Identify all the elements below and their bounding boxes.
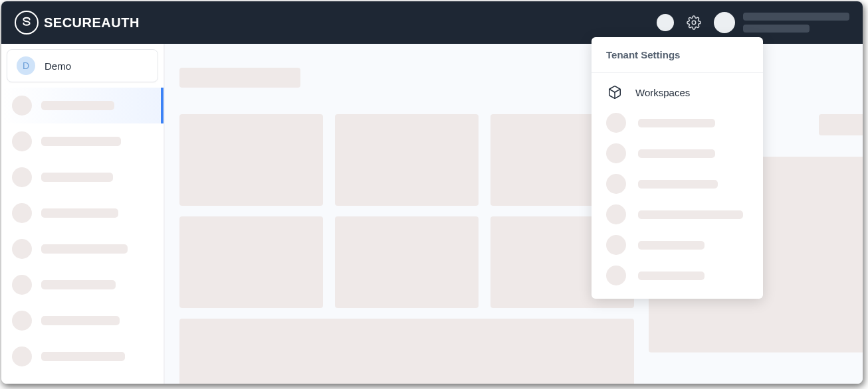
- dropdown-item-placeholder[interactable]: [592, 108, 763, 138]
- header-status-placeholder: [657, 14, 674, 31]
- nav-icon-placeholder: [12, 96, 32, 116]
- nav-label-placeholder: [41, 352, 125, 361]
- card-placeholder: [335, 216, 479, 308]
- workspace-selector[interactable]: D Demo: [7, 49, 158, 82]
- nav-icon-placeholder: [12, 311, 32, 331]
- header-right: [657, 12, 849, 33]
- nav-icon-placeholder: [12, 347, 32, 366]
- dropdown-item-placeholder[interactable]: [592, 260, 763, 291]
- sidebar-item[interactable]: [1, 195, 163, 231]
- nav-label-placeholder: [41, 173, 113, 182]
- dropdown-item-placeholder[interactable]: [592, 199, 763, 230]
- sidebar-item[interactable]: [1, 123, 163, 159]
- nav-icon-placeholder: [12, 239, 32, 259]
- nav-icon-placeholder: [12, 203, 32, 223]
- user-info-placeholder: [743, 13, 849, 33]
- app-frame: SECUREAUTH D Demo: [1, 1, 863, 384]
- workspace-avatar: D: [17, 56, 35, 75]
- user-menu[interactable]: [714, 12, 849, 33]
- sidebar-item[interactable]: [1, 339, 163, 374]
- nav-icon-placeholder: [12, 275, 32, 295]
- card-placeholder: [179, 216, 323, 308]
- dropdown-item-workspaces[interactable]: Workspaces: [592, 77, 763, 108]
- nav-label-placeholder: [41, 101, 114, 110]
- nav-icon-placeholder: [12, 167, 32, 187]
- nav-label-placeholder: [41, 208, 118, 218]
- card-placeholder: [335, 114, 479, 206]
- nav-label-placeholder: [41, 280, 116, 289]
- nav-label-placeholder: [41, 137, 121, 146]
- nav-icon-placeholder: [12, 131, 32, 151]
- nav-label-placeholder: [41, 244, 128, 254]
- avatar: [714, 12, 735, 33]
- dropdown-label-placeholder: [638, 180, 718, 189]
- brand-logo[interactable]: SECUREAUTH: [15, 11, 140, 35]
- brand-logo-icon: [15, 11, 39, 35]
- dropdown-item-placeholder[interactable]: [592, 169, 763, 199]
- workspace-name: Demo: [45, 60, 71, 72]
- dropdown-icon-placeholder: [606, 113, 626, 133]
- sidebar-item[interactable]: [1, 159, 163, 195]
- dropdown-title: Tenant Settings: [592, 37, 763, 73]
- dropdown-icon-placeholder: [606, 235, 626, 255]
- sidebar-item[interactable]: [1, 231, 163, 267]
- sidebar-item[interactable]: [1, 303, 163, 339]
- action-placeholder: [819, 114, 863, 135]
- card-placeholder: [179, 114, 323, 206]
- page-title-placeholder: [179, 68, 300, 88]
- settings-button[interactable]: [686, 15, 702, 31]
- dropdown-icon-placeholder: [606, 204, 626, 224]
- dropdown-label-placeholder: [638, 210, 743, 219]
- gear-icon: [687, 15, 701, 30]
- dropdown-item-placeholder[interactable]: [592, 138, 763, 169]
- brand-name: SECUREAUTH: [44, 15, 140, 31]
- dropdown-label-placeholder: [638, 119, 715, 127]
- dropdown-item-placeholder[interactable]: [592, 230, 763, 260]
- sidebar-item[interactable]: [1, 88, 163, 123]
- dropdown-item-label: Workspaces: [635, 87, 690, 98]
- dropdown-label-placeholder: [638, 241, 705, 250]
- cube-icon: [606, 84, 623, 101]
- tenant-settings-dropdown: Tenant Settings Workspaces: [592, 37, 763, 299]
- nav-label-placeholder: [41, 316, 120, 325]
- sidebar-item[interactable]: [1, 267, 163, 303]
- sidebar: D Demo: [1, 44, 165, 384]
- svg-point-0: [692, 21, 696, 25]
- dropdown-label-placeholder: [638, 272, 705, 280]
- dropdown-icon-placeholder: [606, 143, 626, 163]
- dropdown-icon-placeholder: [606, 174, 626, 194]
- card-placeholder: [179, 319, 634, 384]
- dropdown-label-placeholder: [638, 149, 715, 158]
- dropdown-icon-placeholder: [606, 266, 626, 285]
